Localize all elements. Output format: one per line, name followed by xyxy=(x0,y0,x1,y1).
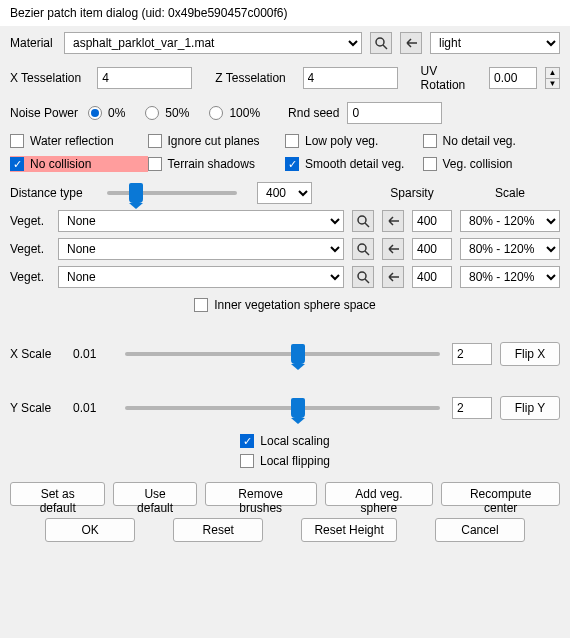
x-tess-label: X Tesselation xyxy=(10,71,89,85)
no-collision-checkbox[interactable]: No collision xyxy=(10,156,148,172)
noise-100-radio[interactable]: 100% xyxy=(209,106,260,120)
veget-rows: Veget. None 80% - 120% Veget. None 80% -… xyxy=(10,210,560,288)
material-row: Material asphalt_parklot_var_1.mat light xyxy=(10,32,560,54)
veget-select-1[interactable]: None xyxy=(58,238,344,260)
low-poly-veg-checkbox[interactable]: Low poly veg. xyxy=(285,134,423,148)
distance-type-label: Distance type xyxy=(10,186,95,200)
material-search-button[interactable] xyxy=(370,32,392,54)
local-scaling-checkbox[interactable]: Local scaling xyxy=(240,434,329,448)
veget-reset-2[interactable] xyxy=(382,266,404,288)
veget-search-0[interactable] xyxy=(352,210,374,232)
noise-row: Noise Power 0% 50% 100% Rnd seed xyxy=(10,102,560,124)
cancel-button[interactable]: Cancel xyxy=(435,518,525,542)
material-label: Material xyxy=(10,36,56,50)
window-title: Bezier patch item dialog (uid: 0x49be590… xyxy=(0,0,570,26)
veget-search-1[interactable] xyxy=(352,238,374,260)
veget-reset-0[interactable] xyxy=(382,210,404,232)
noise-50-radio[interactable]: 50% xyxy=(145,106,189,120)
svg-point-2 xyxy=(358,216,366,224)
veget-select-2[interactable]: None xyxy=(58,266,344,288)
options-grid: Water reflection Ignore cut planes Low p… xyxy=(10,134,560,172)
arrow-left-icon xyxy=(386,242,400,256)
distance-value-select[interactable]: 400 xyxy=(257,182,312,204)
ignore-cut-planes-checkbox[interactable]: Ignore cut planes xyxy=(148,134,286,148)
remove-brushes-button[interactable]: Remove brushes xyxy=(205,482,317,506)
veget-label: Veget. xyxy=(10,270,50,284)
svg-line-1 xyxy=(383,45,387,49)
inner-veg-sphere-checkbox[interactable]: Inner vegetation sphere space xyxy=(194,298,375,312)
slider-thumb-icon[interactable] xyxy=(291,398,305,418)
slider-thumb-icon[interactable] xyxy=(129,183,143,203)
tesselation-row: X Tesselation Z Tesselation UV Rotation … xyxy=(10,64,560,92)
veget-select-0[interactable]: None xyxy=(58,210,344,232)
local-options: Local scaling Local flipping xyxy=(10,434,560,468)
svg-point-6 xyxy=(358,272,366,280)
y-scale-value[interactable] xyxy=(452,397,492,419)
uv-rotation-spinner[interactable]: ▲ ▼ xyxy=(545,67,560,89)
veget-scale-0[interactable]: 80% - 120% xyxy=(460,210,560,232)
veget-scale-2[interactable]: 80% - 120% xyxy=(460,266,560,288)
veget-row-1: Veget. None 80% - 120% xyxy=(10,238,560,260)
svg-point-4 xyxy=(358,244,366,252)
veget-label: Veget. xyxy=(10,242,50,256)
veget-scale-1[interactable]: 80% - 120% xyxy=(460,238,560,260)
recompute-center-button[interactable]: Recompute center xyxy=(441,482,560,506)
arrow-left-icon xyxy=(386,270,400,284)
z-tess-label: Z Tesselation xyxy=(215,71,294,85)
local-flipping-checkbox[interactable]: Local flipping xyxy=(240,454,330,468)
no-detail-veg-checkbox[interactable]: No detail veg. xyxy=(423,134,561,148)
reset-height-button[interactable]: Reset Height xyxy=(301,518,396,542)
rnd-seed-input[interactable] xyxy=(347,102,442,124)
inner-veg-row: Inner vegetation sphere space xyxy=(10,298,560,312)
veget-sparsity-0[interactable] xyxy=(412,210,452,232)
search-icon xyxy=(356,214,370,228)
veget-search-2[interactable] xyxy=(352,266,374,288)
veget-row-0: Veget. None 80% - 120% xyxy=(10,210,560,232)
spinner-up-icon[interactable]: ▲ xyxy=(546,68,559,79)
ok-button[interactable]: OK xyxy=(45,518,135,542)
bezier-patch-dialog: Bezier patch item dialog (uid: 0x49be590… xyxy=(0,0,570,638)
water-reflection-checkbox[interactable]: Water reflection xyxy=(10,134,148,148)
spinner-down-icon[interactable]: ▼ xyxy=(546,79,559,89)
search-icon xyxy=(374,36,388,50)
search-icon xyxy=(356,270,370,284)
x-scale-value[interactable] xyxy=(452,343,492,365)
distance-slider[interactable] xyxy=(107,191,237,195)
arrow-left-icon xyxy=(386,214,400,228)
svg-line-7 xyxy=(365,279,369,283)
veget-sparsity-2[interactable] xyxy=(412,266,452,288)
noise-0-radio[interactable]: 0% xyxy=(88,106,125,120)
svg-point-0 xyxy=(376,38,384,46)
sparsity-header: Sparsity xyxy=(372,186,452,200)
arrow-left-icon xyxy=(404,36,418,50)
veget-reset-1[interactable] xyxy=(382,238,404,260)
reset-button[interactable]: Reset xyxy=(173,518,263,542)
y-scale-slider[interactable] xyxy=(125,406,440,410)
x-scale-label: X Scale xyxy=(10,347,65,361)
z-tess-input[interactable] xyxy=(303,67,398,89)
flip-y-button[interactable]: Flip Y xyxy=(500,396,560,420)
noise-power-label: Noise Power xyxy=(10,106,80,120)
y-scale-label: Y Scale xyxy=(10,401,65,415)
distance-row: Distance type 400 Sparsity Scale xyxy=(10,182,560,204)
dialog-content: Material asphalt_parklot_var_1.mat light… xyxy=(0,26,570,638)
x-tess-input[interactable] xyxy=(97,67,192,89)
uv-rotation-input[interactable] xyxy=(489,67,537,89)
terrain-shadows-checkbox[interactable]: Terrain shadows xyxy=(148,156,286,172)
veget-sparsity-1[interactable] xyxy=(412,238,452,260)
material-reset-button[interactable] xyxy=(400,32,422,54)
material-preset-select[interactable]: light xyxy=(430,32,560,54)
slider-thumb-icon[interactable] xyxy=(291,344,305,364)
set-as-default-button[interactable]: Set as default xyxy=(10,482,105,506)
veg-collision-checkbox[interactable]: Veg. collision xyxy=(423,156,561,172)
scale-header: Scale xyxy=(460,186,560,200)
rnd-seed-label: Rnd seed xyxy=(288,106,339,120)
smooth-detail-veg-checkbox[interactable]: Smooth detail veg. xyxy=(285,156,423,172)
material-select[interactable]: asphalt_parklot_var_1.mat xyxy=(64,32,362,54)
uv-rotation-label: UV Rotation xyxy=(421,64,481,92)
y-scale-row: Y Scale 0.01 Flip Y xyxy=(10,396,560,420)
use-default-button[interactable]: Use default xyxy=(113,482,196,506)
add-veg-sphere-button[interactable]: Add veg. sphere xyxy=(325,482,434,506)
flip-x-button[interactable]: Flip X xyxy=(500,342,560,366)
x-scale-slider[interactable] xyxy=(125,352,440,356)
